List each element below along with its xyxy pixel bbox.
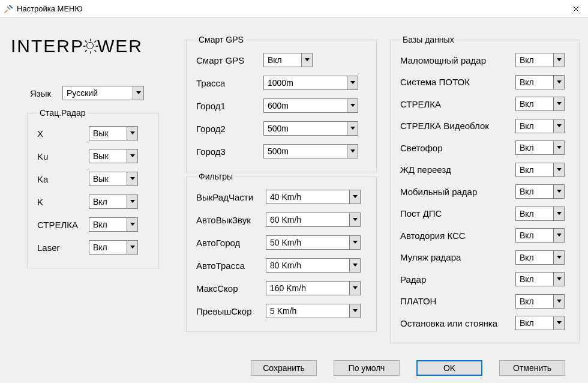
radar-select[interactable]: Вык — [89, 149, 138, 163]
radar-row: KВкл — [37, 195, 149, 209]
db-select[interactable]: Вкл — [515, 184, 565, 199]
filters-label: АвтоВыкЗвук — [196, 215, 266, 225]
db-value: Вкл — [516, 185, 553, 198]
db-value: Вкл — [516, 76, 553, 89]
gps-label: Трасса — [196, 78, 263, 88]
db-row: ЖД переездВкл — [400, 163, 569, 177]
radar-row: СТРЕЛКАВкл — [37, 217, 149, 232]
chevron-down-icon — [349, 304, 360, 318]
chevron-down-icon — [127, 172, 137, 185]
language-select[interactable]: Русский — [62, 86, 144, 100]
filters-value: 80 Km/h — [266, 259, 349, 272]
chevron-down-icon — [347, 76, 358, 89]
filters-label: ВыкРадЧасти — [196, 192, 266, 202]
db-row: Маломощный радарВкл — [400, 53, 569, 67]
radar-select[interactable]: Вкл — [89, 217, 138, 232]
group-legend: Фильтры — [196, 172, 235, 181]
db-value: Вкл — [516, 273, 553, 286]
radar-row: KaВык — [37, 172, 149, 186]
chevron-down-icon — [553, 185, 564, 198]
db-select[interactable]: Вкл — [515, 294, 565, 309]
radar-label: X — [37, 128, 89, 139]
radar-select[interactable]: Вкл — [89, 195, 138, 209]
db-select[interactable]: Вкл — [515, 316, 565, 330]
db-select[interactable]: Вкл — [515, 250, 565, 265]
db-value: Вкл — [516, 141, 553, 154]
defaults-button[interactable]: По умолч — [334, 360, 400, 376]
db-select[interactable]: Вкл — [515, 207, 565, 221]
filters-select[interactable]: 160 Km/h — [266, 281, 361, 295]
chevron-down-icon — [553, 97, 564, 110]
group-stationary-radar: Стац.Радар XВыкKuВыкKaВыкKВклСТРЕЛКАВклL… — [27, 108, 159, 268]
filters-row: АвтоГород50 Km/h — [196, 235, 367, 250]
gps-select[interactable]: 500m — [263, 121, 358, 136]
group-legend: Стац.Радар — [37, 108, 88, 118]
db-label: Система ПОТОК — [400, 77, 515, 87]
radar-value: Вкл — [89, 218, 127, 231]
db-select[interactable]: Вкл — [515, 75, 565, 89]
cancel-button[interactable]: Отменить — [499, 360, 565, 376]
filters-row: ПревышСкор5 Km/h — [196, 304, 367, 318]
gps-label: Смарт GPS — [196, 55, 263, 65]
radar-select[interactable]: Вык — [89, 126, 138, 140]
save-button[interactable]: Сохранить — [251, 360, 317, 376]
window-title: Настройка МЕНЮ — [17, 4, 564, 13]
filters-select[interactable]: 80 Km/h — [266, 258, 361, 273]
group-smart-gps: Смарт GPS Смарт GPSВклТрасса1000mГород16… — [186, 35, 377, 172]
logo-text-2: WER — [97, 36, 143, 56]
radar-select[interactable]: Вык — [89, 172, 138, 186]
radar-select[interactable]: Вкл — [89, 240, 138, 255]
db-label: Пост ДПС — [400, 208, 515, 219]
radar-value: Вык — [89, 127, 127, 140]
chevron-down-icon — [553, 119, 564, 133]
chevron-down-icon — [553, 316, 564, 330]
gps-value: Вкл — [264, 53, 301, 67]
chevron-down-icon — [553, 163, 564, 176]
gps-value: 600m — [264, 99, 347, 112]
svg-line-8 — [85, 50, 86, 52]
db-select[interactable]: Вкл — [515, 119, 565, 133]
filters-select[interactable]: 50 Km/h — [266, 235, 361, 250]
filters-select[interactable]: 40 Km/h — [266, 190, 361, 204]
db-select[interactable]: Вкл — [515, 140, 565, 155]
client-area: INTERP WER Язык Русский — [0, 18, 588, 383]
db-value: Вкл — [516, 207, 553, 220]
filters-row: АвтоТрасса80 Km/h — [196, 258, 367, 273]
logo-text-1: INTERP — [11, 36, 84, 56]
filters-select[interactable]: 5 Km/h — [266, 304, 361, 318]
gps-select[interactable]: Вкл — [263, 53, 313, 67]
db-row: РадарВкл — [400, 272, 569, 286]
db-select[interactable]: Вкл — [515, 53, 565, 67]
db-label: СТРЕЛКА — [400, 99, 515, 109]
radar-label: K — [37, 197, 89, 207]
chevron-down-icon — [127, 241, 137, 254]
svg-line-6 — [95, 50, 96, 52]
filters-row: АвтоВыкЗвук60 Km/h — [196, 213, 367, 227]
svg-line-5 — [85, 41, 86, 42]
filters-value: 5 Km/h — [266, 304, 349, 318]
chevron-down-icon — [301, 53, 312, 67]
db-label: Светофор — [400, 143, 515, 153]
db-select[interactable]: Вкл — [515, 272, 565, 286]
close-button[interactable] — [564, 0, 588, 18]
db-select[interactable]: Вкл — [515, 163, 565, 177]
app-icon — [4, 4, 13, 14]
gps-select[interactable]: 600m — [263, 98, 358, 113]
svg-line-7 — [95, 41, 96, 42]
db-select[interactable]: Вкл — [515, 97, 565, 111]
filters-select[interactable]: 60 Km/h — [266, 213, 361, 227]
gps-value: 500m — [264, 122, 347, 135]
chevron-down-icon — [347, 122, 358, 135]
db-select[interactable]: Вкл — [515, 228, 565, 243]
chevron-down-icon — [127, 149, 137, 163]
db-row: СветофорВкл — [400, 140, 569, 155]
group-legend: Смарт GPS — [196, 35, 246, 44]
ok-button[interactable]: OK — [416, 360, 482, 376]
group-filters: Фильтры ВыкРадЧасти40 Km/hАвтоВыкЗвук60 … — [186, 172, 377, 332]
db-label: СТРЕЛКА Видеоблок — [400, 121, 515, 131]
chevron-down-icon — [133, 86, 143, 100]
gps-select[interactable]: 1000m — [263, 76, 358, 90]
filters-value: 160 Km/h — [266, 282, 349, 295]
gps-select[interactable]: 500m — [263, 144, 358, 158]
chevron-down-icon — [553, 76, 564, 89]
